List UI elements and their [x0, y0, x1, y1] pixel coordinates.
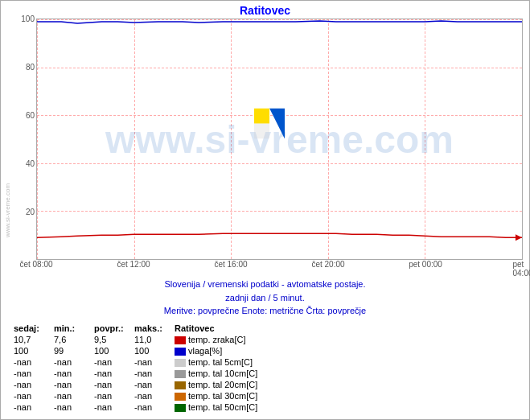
- y-label-100: 100: [21, 14, 35, 23]
- x-label-20: čet 12:00: [117, 260, 150, 269]
- cell-label: vlaga[%]: [175, 345, 262, 356]
- x-label-0: čet 08:00: [19, 260, 52, 269]
- grid-v-100: [522, 19, 523, 259]
- color-swatch: [175, 393, 186, 401]
- y-label-20: 20: [26, 208, 35, 216]
- x-label-100: pet 04:00: [512, 260, 530, 278]
- color-swatch: [175, 404, 186, 412]
- cell-label: temp. tal 50cm[C]: [175, 401, 262, 413]
- cell-min: 99: [54, 345, 94, 356]
- y-label-60: 60: [26, 111, 35, 120]
- cell-maks: 11,0: [134, 334, 175, 345]
- cell-maks: -nan: [134, 379, 175, 390]
- color-swatch: [175, 348, 186, 356]
- y-axis: 100 80 60 40 20: [14, 19, 36, 260]
- color-swatch: [175, 370, 186, 378]
- cell-maks: -nan: [134, 401, 175, 413]
- cell-sedaj: -nan: [14, 368, 54, 379]
- cell-maks: 100: [134, 345, 175, 356]
- subtitle-line2: zadnji dan / 5 minut.: [1, 291, 529, 305]
- cell-label: temp. tal 30cm[C]: [175, 390, 262, 401]
- x-axis-labels: čet 08:00 čet 12:00 čet 16:00 čet 20:00 …: [36, 260, 523, 274]
- cell-min: -nan: [54, 379, 94, 390]
- cell-label: temp. tal 20cm[C]: [175, 379, 262, 390]
- y-label-40: 40: [26, 159, 35, 168]
- cell-sedaj: -nan: [14, 401, 54, 413]
- chart-region: 100 80 60 40 20 www.si-vreme.com: [36, 19, 523, 260]
- col-povpr: povpr.:: [94, 323, 134, 334]
- cell-povpr: -nan: [94, 356, 134, 368]
- cell-min: -nan: [54, 356, 94, 368]
- color-swatch: [175, 359, 186, 367]
- subtitle-line1: Slovenija / vremenski podatki - avtomats…: [1, 278, 529, 291]
- col-ratitovec: Ratitovec: [175, 323, 262, 334]
- chart-box: www.si-vreme.com: [36, 19, 523, 260]
- table-header: sedaj: min.: povpr.: maks.: Ratitovec: [14, 323, 262, 334]
- cell-label: temp. zraka[C]: [175, 334, 262, 345]
- cell-povpr: -nan: [94, 379, 134, 390]
- table-row: -nan -nan -nan -nan temp. tal 20cm[C]: [14, 379, 262, 390]
- subtitle-line3: Meritve: povprečne Enote: metrične Črta:…: [1, 304, 529, 318]
- data-table: sedaj: min.: povpr.: maks.: Ratitovec 10…: [14, 323, 529, 414]
- table-row: 10,7 7,6 9,5 11,0 temp. zraka[C]: [14, 334, 262, 345]
- chart-title: Ratitovec: [1, 1, 529, 19]
- cell-povpr: -nan: [94, 390, 134, 401]
- col-maks: maks.:: [134, 323, 175, 334]
- cell-label: temp. tal 10cm[C]: [175, 368, 262, 379]
- cell-povpr: -nan: [94, 401, 134, 413]
- cell-maks: -nan: [134, 390, 175, 401]
- cell-sedaj: 10,7: [14, 334, 54, 345]
- col-min: min.:: [54, 323, 94, 334]
- y-label-80: 80: [26, 63, 35, 72]
- cell-povpr: -nan: [94, 368, 134, 379]
- cell-maks: -nan: [134, 368, 175, 379]
- cell-povpr: 9,5: [94, 334, 134, 345]
- x-label-80: pet 00:00: [409, 260, 442, 269]
- cell-min: -nan: [54, 368, 94, 379]
- cell-min: -nan: [54, 390, 94, 401]
- cell-sedaj: -nan: [14, 379, 54, 390]
- x-label-40: čet 16:00: [214, 260, 247, 269]
- cell-label: temp. tal 5cm[C]: [175, 356, 262, 368]
- cell-min: 7,6: [54, 334, 94, 345]
- table-row: 100 99 100 100 vlaga[%]: [14, 345, 262, 356]
- cell-sedaj: 100: [14, 345, 54, 356]
- svg-marker-3: [516, 234, 522, 241]
- subtitle: Slovenija / vremenski podatki - avtomats…: [1, 278, 529, 318]
- color-swatch: [175, 381, 186, 389]
- color-swatch: [175, 336, 186, 344]
- main-container: www.si-vreme.com Ratitovec 100 80 60 40 …: [0, 0, 530, 420]
- cell-sedaj: -nan: [14, 356, 54, 368]
- table-row: -nan -nan -nan -nan temp. tal 30cm[C]: [14, 390, 262, 401]
- cell-maks: -nan: [134, 356, 175, 368]
- table-row: -nan -nan -nan -nan temp. tal 10cm[C]: [14, 368, 262, 379]
- table-row: -nan -nan -nan -nan temp. tal 50cm[C]: [14, 401, 262, 413]
- chart-svg: [37, 19, 522, 259]
- x-label-60: čet 20:00: [311, 260, 344, 269]
- cell-povpr: 100: [94, 345, 134, 356]
- left-watermark: www.si-vreme.com: [5, 183, 12, 237]
- col-sedaj: sedaj:: [14, 323, 54, 334]
- cell-sedaj: -nan: [14, 390, 54, 401]
- cell-min: -nan: [54, 401, 94, 413]
- table-row: -nan -nan -nan -nan temp. tal 5cm[C]: [14, 356, 262, 368]
